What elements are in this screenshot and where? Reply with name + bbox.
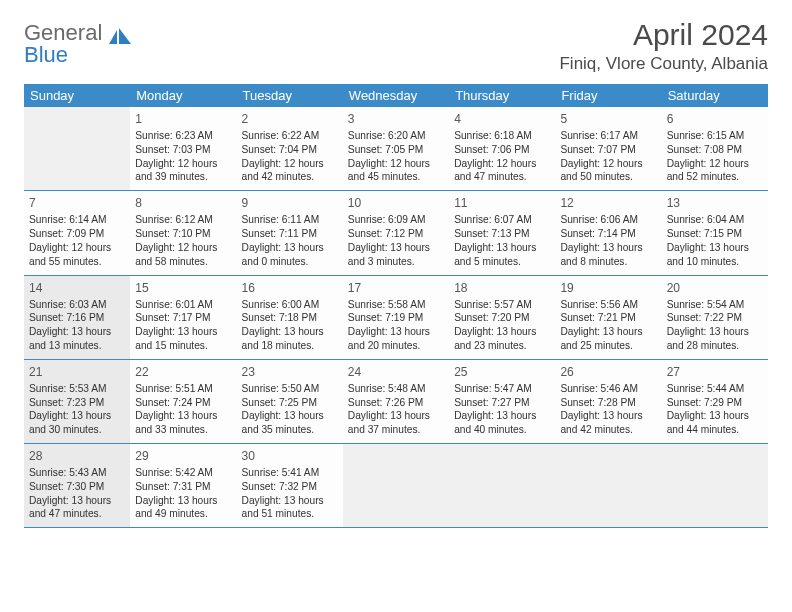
- sunrise-text: Sunrise: 5:58 AM: [348, 298, 444, 312]
- sunset-text: Sunset: 7:09 PM: [29, 227, 125, 241]
- sunset-text: Sunset: 7:22 PM: [667, 311, 763, 325]
- sunrise-text: Sunrise: 5:50 AM: [242, 382, 338, 396]
- sunrise-text: Sunrise: 6:22 AM: [242, 129, 338, 143]
- daylight1-text: Daylight: 13 hours: [242, 241, 338, 255]
- daylight2-text: and 8 minutes.: [560, 255, 656, 269]
- daylight2-text: and 44 minutes.: [667, 423, 763, 437]
- daylight1-text: Daylight: 13 hours: [242, 409, 338, 423]
- daylight1-text: Daylight: 12 hours: [667, 157, 763, 171]
- weekday-header-row: Sunday Monday Tuesday Wednesday Thursday…: [24, 84, 768, 107]
- day-number: 21: [29, 364, 125, 380]
- daylight2-text: and 52 minutes.: [667, 170, 763, 184]
- day-cell: 18Sunrise: 5:57 AMSunset: 7:20 PMDayligh…: [449, 276, 555, 359]
- sunrise-text: Sunrise: 6:20 AM: [348, 129, 444, 143]
- daylight2-text: and 42 minutes.: [560, 423, 656, 437]
- daylight2-text: and 5 minutes.: [454, 255, 550, 269]
- day-cell: 20Sunrise: 5:54 AMSunset: 7:22 PMDayligh…: [662, 276, 768, 359]
- daylight1-text: Daylight: 12 hours: [348, 157, 444, 171]
- day-number: 7: [29, 195, 125, 211]
- sunrise-text: Sunrise: 5:47 AM: [454, 382, 550, 396]
- header: General Blue April 2024 Finiq, Vlore Cou…: [24, 18, 768, 74]
- daylight2-text: and 3 minutes.: [348, 255, 444, 269]
- day-number: 9: [242, 195, 338, 211]
- day-cell: [24, 107, 130, 190]
- sunrise-text: Sunrise: 6:11 AM: [242, 213, 338, 227]
- sunset-text: Sunset: 7:07 PM: [560, 143, 656, 157]
- daylight2-text: and 39 minutes.: [135, 170, 231, 184]
- sunrise-text: Sunrise: 6:23 AM: [135, 129, 231, 143]
- day-cell: [555, 444, 661, 527]
- sail-icon: [109, 28, 133, 46]
- day-cell: 6Sunrise: 6:15 AMSunset: 7:08 PMDaylight…: [662, 107, 768, 190]
- day-cell: 12Sunrise: 6:06 AMSunset: 7:14 PMDayligh…: [555, 191, 661, 274]
- sunset-text: Sunset: 7:16 PM: [29, 311, 125, 325]
- day-cell: 29Sunrise: 5:42 AMSunset: 7:31 PMDayligh…: [130, 444, 236, 527]
- daylight2-text: and 37 minutes.: [348, 423, 444, 437]
- daylight1-text: Daylight: 13 hours: [454, 325, 550, 339]
- sunrise-text: Sunrise: 5:56 AM: [560, 298, 656, 312]
- day-cell: 28Sunrise: 5:43 AMSunset: 7:30 PMDayligh…: [24, 444, 130, 527]
- sunrise-text: Sunrise: 5:43 AM: [29, 466, 125, 480]
- day-number: 14: [29, 280, 125, 296]
- daylight1-text: Daylight: 13 hours: [454, 409, 550, 423]
- day-number: 19: [560, 280, 656, 296]
- day-number: 22: [135, 364, 231, 380]
- daylight2-text: and 47 minutes.: [454, 170, 550, 184]
- sunrise-text: Sunrise: 5:48 AM: [348, 382, 444, 396]
- daylight2-text: and 47 minutes.: [29, 507, 125, 521]
- day-cell: 26Sunrise: 5:46 AMSunset: 7:28 PMDayligh…: [555, 360, 661, 443]
- day-number: 12: [560, 195, 656, 211]
- day-cell: [343, 444, 449, 527]
- sunset-text: Sunset: 7:23 PM: [29, 396, 125, 410]
- brand-part2: Blue: [24, 42, 68, 67]
- day-cell: [662, 444, 768, 527]
- sunrise-text: Sunrise: 5:42 AM: [135, 466, 231, 480]
- day-cell: 9Sunrise: 6:11 AMSunset: 7:11 PMDaylight…: [237, 191, 343, 274]
- day-number: 17: [348, 280, 444, 296]
- sunrise-text: Sunrise: 5:51 AM: [135, 382, 231, 396]
- daylight2-text: and 28 minutes.: [667, 339, 763, 353]
- weekday-header: Friday: [555, 84, 661, 107]
- day-cell: 25Sunrise: 5:47 AMSunset: 7:27 PMDayligh…: [449, 360, 555, 443]
- daylight2-text: and 15 minutes.: [135, 339, 231, 353]
- sunset-text: Sunset: 7:26 PM: [348, 396, 444, 410]
- day-cell: 5Sunrise: 6:17 AMSunset: 7:07 PMDaylight…: [555, 107, 661, 190]
- daylight1-text: Daylight: 13 hours: [29, 325, 125, 339]
- sunset-text: Sunset: 7:04 PM: [242, 143, 338, 157]
- sunrise-text: Sunrise: 5:46 AM: [560, 382, 656, 396]
- day-cell: 19Sunrise: 5:56 AMSunset: 7:21 PMDayligh…: [555, 276, 661, 359]
- sunset-text: Sunset: 7:29 PM: [667, 396, 763, 410]
- day-cell: 27Sunrise: 5:44 AMSunset: 7:29 PMDayligh…: [662, 360, 768, 443]
- day-cell: 21Sunrise: 5:53 AMSunset: 7:23 PMDayligh…: [24, 360, 130, 443]
- sunset-text: Sunset: 7:10 PM: [135, 227, 231, 241]
- brand-logo: General Blue: [24, 22, 133, 66]
- week-row: 1Sunrise: 6:23 AMSunset: 7:03 PMDaylight…: [24, 107, 768, 191]
- day-cell: 11Sunrise: 6:07 AMSunset: 7:13 PMDayligh…: [449, 191, 555, 274]
- daylight2-text: and 20 minutes.: [348, 339, 444, 353]
- weekday-header: Tuesday: [237, 84, 343, 107]
- title-block: April 2024 Finiq, Vlore County, Albania: [559, 18, 768, 74]
- daylight1-text: Daylight: 12 hours: [135, 157, 231, 171]
- daylight1-text: Daylight: 13 hours: [242, 494, 338, 508]
- day-number: 8: [135, 195, 231, 211]
- day-number: 29: [135, 448, 231, 464]
- calendar-grid: Sunday Monday Tuesday Wednesday Thursday…: [24, 84, 768, 528]
- sunset-text: Sunset: 7:05 PM: [348, 143, 444, 157]
- day-number: 4: [454, 111, 550, 127]
- daylight1-text: Daylight: 13 hours: [667, 409, 763, 423]
- day-number: 27: [667, 364, 763, 380]
- daylight1-text: Daylight: 13 hours: [667, 241, 763, 255]
- day-number: 1: [135, 111, 231, 127]
- daylight2-text: and 49 minutes.: [135, 507, 231, 521]
- sunrise-text: Sunrise: 6:12 AM: [135, 213, 231, 227]
- weekday-header: Thursday: [449, 84, 555, 107]
- sunset-text: Sunset: 7:30 PM: [29, 480, 125, 494]
- sunset-text: Sunset: 7:20 PM: [454, 311, 550, 325]
- daylight1-text: Daylight: 13 hours: [560, 325, 656, 339]
- daylight2-text: and 10 minutes.: [667, 255, 763, 269]
- day-number: 24: [348, 364, 444, 380]
- day-number: 26: [560, 364, 656, 380]
- weekday-header: Monday: [130, 84, 236, 107]
- sunset-text: Sunset: 7:13 PM: [454, 227, 550, 241]
- day-cell: 15Sunrise: 6:01 AMSunset: 7:17 PMDayligh…: [130, 276, 236, 359]
